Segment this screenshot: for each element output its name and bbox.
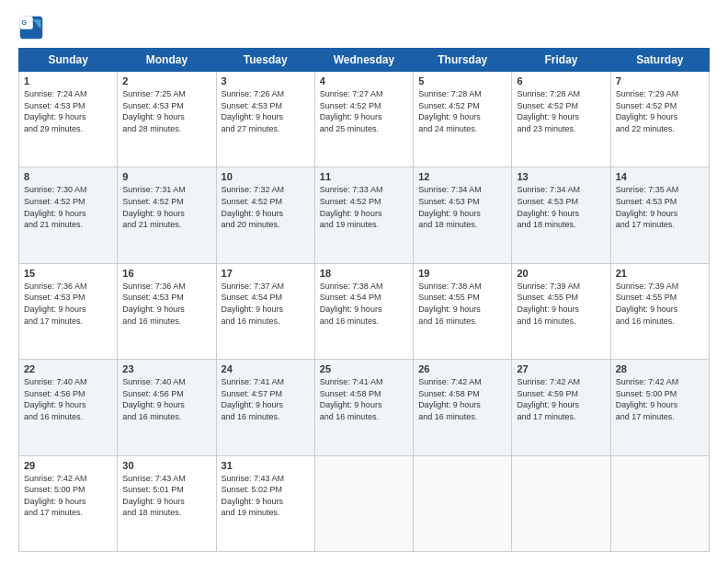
calendar-week: 1Sunrise: 7:24 AM Sunset: 4:53 PM Daylig… xyxy=(19,72,710,167)
cell-info: Sunrise: 7:39 AM Sunset: 4:55 PM Dayligh… xyxy=(616,281,704,327)
weekday-header: Thursday xyxy=(414,49,512,72)
cell-info: Sunrise: 7:29 AM Sunset: 4:52 PM Dayligh… xyxy=(616,88,704,134)
day-number: 20 xyxy=(517,268,605,279)
calendar-cell: 26Sunrise: 7:42 AM Sunset: 4:58 PM Dayli… xyxy=(414,360,512,455)
day-number: 10 xyxy=(222,171,310,182)
weekday-header: Monday xyxy=(118,49,216,72)
calendar-cell: 31Sunrise: 7:43 AM Sunset: 5:02 PM Dayli… xyxy=(216,455,314,551)
calendar-cell xyxy=(414,455,512,551)
cell-info: Sunrise: 7:34 AM Sunset: 4:53 PM Dayligh… xyxy=(517,184,605,230)
calendar-cell: 24Sunrise: 7:41 AM Sunset: 4:57 PM Dayli… xyxy=(216,360,314,455)
calendar-week: 29Sunrise: 7:42 AM Sunset: 5:00 PM Dayli… xyxy=(19,455,710,551)
cell-info: Sunrise: 7:41 AM Sunset: 4:58 PM Dayligh… xyxy=(320,376,408,422)
calendar-cell: 21Sunrise: 7:39 AM Sunset: 4:55 PM Dayli… xyxy=(610,263,709,359)
day-number: 16 xyxy=(122,268,210,279)
cell-info: Sunrise: 7:40 AM Sunset: 4:56 PM Dayligh… xyxy=(122,376,210,422)
calendar-cell: 13Sunrise: 7:34 AM Sunset: 4:53 PM Dayli… xyxy=(512,167,610,263)
cell-info: Sunrise: 7:34 AM Sunset: 4:53 PM Dayligh… xyxy=(418,184,506,230)
calendar-cell: 4Sunrise: 7:27 AM Sunset: 4:52 PM Daylig… xyxy=(314,72,413,167)
day-number: 4 xyxy=(320,75,408,86)
cell-info: Sunrise: 7:43 AM Sunset: 5:01 PM Dayligh… xyxy=(122,473,210,519)
calendar-cell: 14Sunrise: 7:35 AM Sunset: 4:53 PM Dayli… xyxy=(610,167,709,263)
cell-info: Sunrise: 7:38 AM Sunset: 4:55 PM Dayligh… xyxy=(418,281,506,327)
cell-info: Sunrise: 7:36 AM Sunset: 4:53 PM Dayligh… xyxy=(122,281,210,327)
day-number: 3 xyxy=(222,75,310,86)
calendar-cell: 19Sunrise: 7:38 AM Sunset: 4:55 PM Dayli… xyxy=(414,263,512,359)
cell-info: Sunrise: 7:40 AM Sunset: 4:56 PM Dayligh… xyxy=(24,376,112,422)
calendar-cell: 23Sunrise: 7:40 AM Sunset: 4:56 PM Dayli… xyxy=(118,360,216,455)
calendar-cell: 27Sunrise: 7:42 AM Sunset: 4:59 PM Dayli… xyxy=(512,360,610,455)
calendar-cell: 10Sunrise: 7:32 AM Sunset: 4:52 PM Dayli… xyxy=(216,167,314,263)
logo: G xyxy=(18,15,48,40)
day-number: 21 xyxy=(616,268,704,279)
cell-info: Sunrise: 7:42 AM Sunset: 4:58 PM Dayligh… xyxy=(418,376,506,422)
day-number: 30 xyxy=(122,460,210,471)
calendar-cell: 20Sunrise: 7:39 AM Sunset: 4:55 PM Dayli… xyxy=(512,263,610,359)
cell-info: Sunrise: 7:42 AM Sunset: 5:00 PM Dayligh… xyxy=(616,376,704,422)
cell-info: Sunrise: 7:31 AM Sunset: 4:52 PM Dayligh… xyxy=(122,184,210,230)
weekday-header: Tuesday xyxy=(216,49,314,72)
cell-info: Sunrise: 7:33 AM Sunset: 4:52 PM Dayligh… xyxy=(320,184,408,230)
day-number: 8 xyxy=(24,171,112,182)
day-number: 26 xyxy=(418,363,506,374)
calendar-cell: 12Sunrise: 7:34 AM Sunset: 4:53 PM Dayli… xyxy=(414,167,512,263)
day-number: 2 xyxy=(122,75,210,86)
calendar-cell: 8Sunrise: 7:30 AM Sunset: 4:52 PM Daylig… xyxy=(19,167,118,263)
day-number: 25 xyxy=(320,363,408,374)
calendar-cell: 29Sunrise: 7:42 AM Sunset: 5:00 PM Dayli… xyxy=(19,455,118,551)
calendar-cell: 2Sunrise: 7:25 AM Sunset: 4:53 PM Daylig… xyxy=(118,72,216,167)
calendar-cell: 16Sunrise: 7:36 AM Sunset: 4:53 PM Dayli… xyxy=(118,263,216,359)
day-number: 14 xyxy=(616,171,704,182)
calendar-cell: 11Sunrise: 7:33 AM Sunset: 4:52 PM Dayli… xyxy=(314,167,413,263)
day-number: 1 xyxy=(24,75,112,86)
calendar-week: 8Sunrise: 7:30 AM Sunset: 4:52 PM Daylig… xyxy=(19,167,710,263)
calendar-cell: 5Sunrise: 7:28 AM Sunset: 4:52 PM Daylig… xyxy=(414,72,512,167)
day-number: 23 xyxy=(122,363,210,374)
day-number: 9 xyxy=(122,171,210,182)
day-number: 27 xyxy=(517,363,605,374)
day-number: 29 xyxy=(24,460,112,471)
header: G xyxy=(18,15,710,40)
calendar-cell: 7Sunrise: 7:29 AM Sunset: 4:52 PM Daylig… xyxy=(610,72,709,167)
calendar-cell: 9Sunrise: 7:31 AM Sunset: 4:52 PM Daylig… xyxy=(118,167,216,263)
day-number: 28 xyxy=(616,363,704,374)
calendar-cell xyxy=(314,455,413,551)
day-number: 5 xyxy=(418,75,506,86)
cell-info: Sunrise: 7:43 AM Sunset: 5:02 PM Dayligh… xyxy=(222,473,310,519)
day-number: 22 xyxy=(24,363,112,374)
cell-info: Sunrise: 7:30 AM Sunset: 4:52 PM Dayligh… xyxy=(24,184,112,230)
cell-info: Sunrise: 7:26 AM Sunset: 4:53 PM Dayligh… xyxy=(222,88,310,134)
weekday-header: Friday xyxy=(512,49,610,72)
calendar-cell: 28Sunrise: 7:42 AM Sunset: 5:00 PM Dayli… xyxy=(610,360,709,455)
calendar-cell: 30Sunrise: 7:43 AM Sunset: 5:01 PM Dayli… xyxy=(118,455,216,551)
day-number: 15 xyxy=(24,268,112,279)
calendar-cell: 25Sunrise: 7:41 AM Sunset: 4:58 PM Dayli… xyxy=(314,360,413,455)
calendar-cell: 15Sunrise: 7:36 AM Sunset: 4:53 PM Dayli… xyxy=(19,263,118,359)
day-number: 13 xyxy=(517,171,605,182)
calendar-cell: 1Sunrise: 7:24 AM Sunset: 4:53 PM Daylig… xyxy=(19,72,118,167)
calendar-cell: 6Sunrise: 7:28 AM Sunset: 4:52 PM Daylig… xyxy=(512,72,610,167)
day-number: 31 xyxy=(222,460,310,471)
day-number: 18 xyxy=(320,268,408,279)
calendar-cell xyxy=(610,455,709,551)
day-number: 6 xyxy=(517,75,605,86)
cell-info: Sunrise: 7:37 AM Sunset: 4:54 PM Dayligh… xyxy=(222,281,310,327)
cell-info: Sunrise: 7:36 AM Sunset: 4:53 PM Dayligh… xyxy=(24,281,112,327)
cell-info: Sunrise: 7:28 AM Sunset: 4:52 PM Dayligh… xyxy=(418,88,506,134)
calendar-cell: 3Sunrise: 7:26 AM Sunset: 4:53 PM Daylig… xyxy=(216,72,314,167)
calendar-week: 15Sunrise: 7:36 AM Sunset: 4:53 PM Dayli… xyxy=(19,263,710,359)
cell-info: Sunrise: 7:35 AM Sunset: 4:53 PM Dayligh… xyxy=(616,184,704,230)
day-number: 24 xyxy=(222,363,310,374)
weekday-header: Saturday xyxy=(610,49,709,72)
cell-info: Sunrise: 7:27 AM Sunset: 4:52 PM Dayligh… xyxy=(320,88,408,134)
cell-info: Sunrise: 7:38 AM Sunset: 4:54 PM Dayligh… xyxy=(320,281,408,327)
cell-info: Sunrise: 7:42 AM Sunset: 4:59 PM Dayligh… xyxy=(517,376,605,422)
calendar-cell: 22Sunrise: 7:40 AM Sunset: 4:56 PM Dayli… xyxy=(19,360,118,455)
day-number: 17 xyxy=(222,268,310,279)
cell-info: Sunrise: 7:32 AM Sunset: 4:52 PM Dayligh… xyxy=(222,184,310,230)
cell-info: Sunrise: 7:28 AM Sunset: 4:52 PM Dayligh… xyxy=(517,88,605,134)
day-number: 19 xyxy=(418,268,506,279)
cell-info: Sunrise: 7:39 AM Sunset: 4:55 PM Dayligh… xyxy=(517,281,605,327)
calendar-cell: 17Sunrise: 7:37 AM Sunset: 4:54 PM Dayli… xyxy=(216,263,314,359)
calendar-page: G SundayMondayTuesdayWednesdayThursdayFr… xyxy=(0,0,728,563)
